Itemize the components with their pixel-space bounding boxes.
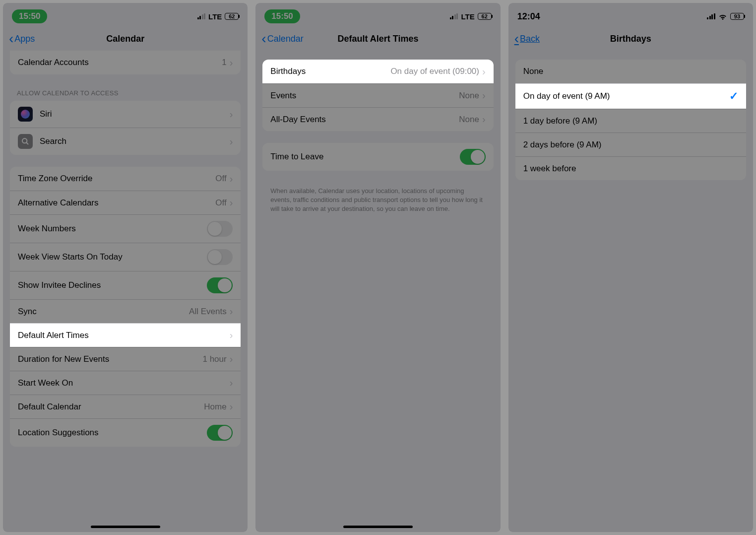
row-start-week-on[interactable]: Start Week On › xyxy=(10,371,241,395)
screen-calendar-settings: 15:50 LTE 62 ‹ Apps Calendar Calendar Ac… xyxy=(3,3,248,532)
status-time: 15:50 xyxy=(12,9,47,23)
back-label: Calendar xyxy=(267,34,304,44)
chevron-right-icon: › xyxy=(230,173,233,185)
row-calendar-accounts[interactable]: Calendar Accounts 1 › xyxy=(10,51,241,74)
cellular-signal-icon xyxy=(707,13,715,19)
section-header-access: ALLOW CALENDAR TO ACCESS xyxy=(3,86,248,101)
back-label: Apps xyxy=(14,34,35,44)
chevron-left-icon: ‹ xyxy=(514,32,519,46)
chevron-right-icon: › xyxy=(230,136,233,147)
battery-icon: 62 xyxy=(225,13,239,20)
options-list[interactable]: None On day of event (9 AM) ✓ 1 day befo… xyxy=(508,51,753,532)
status-time: 15:50 xyxy=(264,9,300,23)
nav-bar: ‹ Back Birthdays xyxy=(508,28,753,51)
row-default-calendar[interactable]: Default Calendar Home › xyxy=(10,395,241,418)
svg-point-0 xyxy=(22,138,27,143)
siri-icon xyxy=(18,107,33,122)
chevron-right-icon: › xyxy=(230,57,233,68)
row-sync[interactable]: Sync All Events › xyxy=(10,299,241,323)
time-to-leave-footer: When available, Calendar uses your locat… xyxy=(255,183,500,218)
toggle-time-to-leave[interactable] xyxy=(460,149,486,165)
chevron-left-icon: ‹ xyxy=(9,32,13,46)
chevron-right-icon: › xyxy=(230,197,233,208)
status-bar: 15:50 LTE 62 xyxy=(255,3,500,28)
screen-default-alert-times: 15:50 LTE 62 ‹ Calendar Default Alert Ti… xyxy=(255,3,500,532)
back-button[interactable]: ‹ Apps xyxy=(9,32,35,46)
row-all-day-events[interactable]: All-Day Events None › xyxy=(262,107,493,131)
status-right: LTE 62 xyxy=(450,12,492,21)
battery-icon: 93 xyxy=(730,13,744,20)
page-title: Birthdays xyxy=(610,34,651,44)
svg-line-1 xyxy=(26,142,28,144)
option-1-week-before[interactable]: 1 week before xyxy=(515,156,746,180)
toggle-week-numbers[interactable] xyxy=(207,221,233,237)
settings-list[interactable]: Birthdays On day of event (09:00) › Even… xyxy=(255,51,500,532)
battery-icon: 62 xyxy=(478,13,492,20)
toggle-invitee-declines[interactable] xyxy=(207,277,233,293)
row-time-to-leave[interactable]: Time to Leave xyxy=(262,143,493,171)
status-right: 93 xyxy=(707,13,744,20)
chevron-right-icon: › xyxy=(482,90,486,101)
row-show-invitee-declines[interactable]: Show Invitee Declines xyxy=(10,271,241,299)
row-search[interactable]: Search › xyxy=(10,128,241,155)
row-birthdays[interactable]: Birthdays On day of event (09:00) › xyxy=(262,60,493,83)
row-alternative-calendars[interactable]: Alternative Calendars Off › xyxy=(10,191,241,214)
cellular-signal-icon xyxy=(197,13,206,19)
page-title: Default Alert Times xyxy=(337,34,418,44)
settings-list[interactable]: Calendar Accounts 1 › ALLOW CALENDAR TO … xyxy=(3,51,248,532)
option-on-day-of-event[interactable]: On day of event (9 AM) ✓ xyxy=(515,83,746,109)
status-bar: 12:04 93 xyxy=(508,3,753,28)
screen-birthdays-alert: 12:04 93 ‹ Back Birthdays None On day of… xyxy=(508,3,753,532)
home-indicator[interactable] xyxy=(343,526,413,528)
row-week-view-starts-today[interactable]: Week View Starts On Today xyxy=(10,243,241,271)
toggle-week-view-starts[interactable] xyxy=(207,249,233,265)
chevron-right-icon: › xyxy=(482,114,486,125)
option-none[interactable]: None xyxy=(515,60,746,83)
nav-bar: ‹ Calendar Default Alert Times xyxy=(255,28,500,51)
toggle-location-suggestions[interactable] xyxy=(207,425,233,441)
back-button[interactable]: ‹ Calendar xyxy=(261,32,303,46)
row-duration-new-events[interactable]: Duration for New Events 1 hour › xyxy=(10,347,241,371)
nav-bar: ‹ Apps Calendar xyxy=(3,28,248,51)
chevron-right-icon: › xyxy=(230,306,233,317)
chevron-right-icon: › xyxy=(230,401,233,412)
checkmark-icon: ✓ xyxy=(729,90,738,103)
network-label: LTE xyxy=(461,12,474,21)
row-time-zone-override[interactable]: Time Zone Override Off › xyxy=(10,167,241,191)
chevron-right-icon: › xyxy=(230,377,233,389)
back-label: Back xyxy=(520,34,540,44)
chevron-right-icon: › xyxy=(482,66,486,77)
status-bar: 15:50 LTE 62 xyxy=(3,3,248,28)
status-time: 12:04 xyxy=(517,11,540,22)
option-2-days-before[interactable]: 2 days before (9 AM) xyxy=(515,133,746,156)
chevron-right-icon: › xyxy=(230,330,233,341)
row-location-suggestions[interactable]: Location Suggestions xyxy=(10,418,241,447)
row-default-alert-times[interactable]: Default Alert Times › xyxy=(10,323,241,347)
network-label: LTE xyxy=(208,12,222,21)
search-icon xyxy=(18,134,33,149)
wifi-icon xyxy=(718,13,727,20)
home-indicator[interactable] xyxy=(91,526,160,528)
back-button[interactable]: ‹ Back xyxy=(514,32,540,46)
option-1-day-before[interactable]: 1 day before (9 AM) xyxy=(515,109,746,133)
row-siri[interactable]: Siri › xyxy=(10,101,241,128)
row-week-numbers[interactable]: Week Numbers xyxy=(10,214,241,243)
status-right: LTE 62 xyxy=(197,12,239,21)
row-events[interactable]: Events None › xyxy=(262,83,493,107)
chevron-left-icon: ‹ xyxy=(261,32,266,46)
page-title: Calendar xyxy=(106,34,144,44)
cellular-signal-icon xyxy=(450,13,458,19)
chevron-right-icon: › xyxy=(230,353,233,365)
chevron-right-icon: › xyxy=(230,109,233,120)
